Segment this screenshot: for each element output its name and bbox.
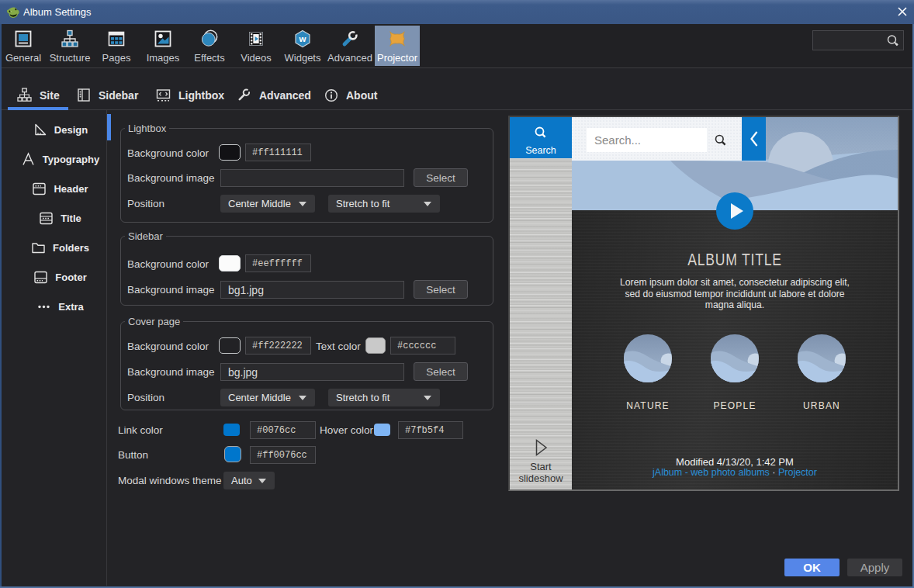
svg-text:w: w [299, 34, 306, 43]
